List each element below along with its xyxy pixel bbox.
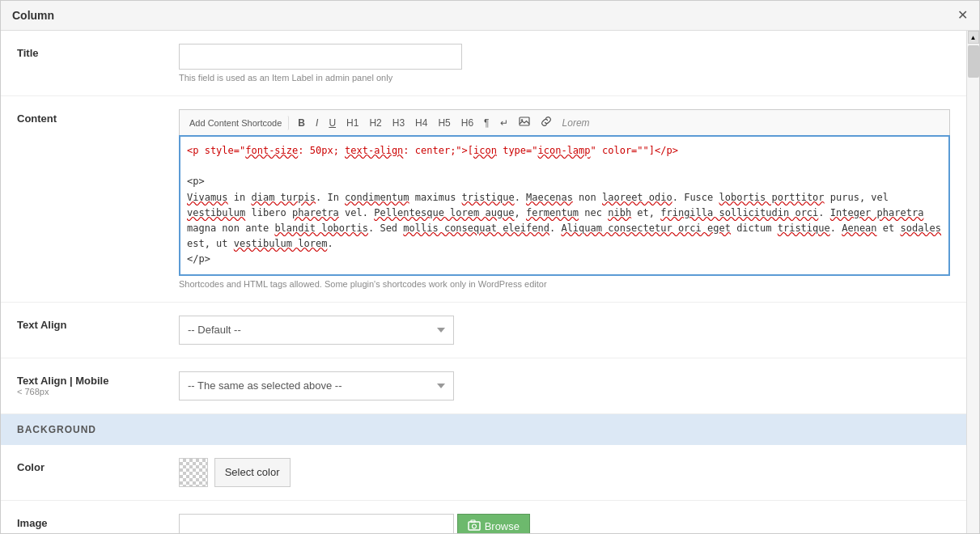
image-row: Image Browse	[1, 501, 966, 534]
h5-button[interactable]: H5	[433, 115, 455, 131]
text-align-mobile-select[interactable]: -- The same as selected above -- -- Defa…	[179, 371, 454, 400]
text-align-select[interactable]: -- Default -- Left Center Right Justify	[179, 316, 454, 345]
scroll-up-arrow[interactable]: ▲	[968, 31, 979, 44]
background-section-header: BACKGROUND	[1, 414, 966, 445]
image-icon	[519, 116, 530, 127]
scrollbar-thumb[interactable]	[968, 45, 979, 78]
dialog-body: Title This field is used as an Item Labe…	[1, 31, 979, 533]
title-field: This field is used as an Item Label in a…	[179, 44, 950, 83]
add-shortcode-button[interactable]: Add Content Shortcode	[185, 116, 289, 130]
h1-button[interactable]: H1	[342, 115, 363, 131]
dialog-title: Column	[12, 9, 54, 22]
title-input[interactable]	[179, 44, 462, 70]
svg-rect-0	[520, 117, 529, 125]
browse-button[interactable]: Browse	[457, 514, 530, 534]
color-label: Color	[17, 458, 179, 473]
h4-button[interactable]: H4	[410, 115, 432, 131]
text-align-mobile-label: Text Align | Mobile < 768px	[17, 371, 179, 396]
enter-button[interactable]: ↵	[495, 115, 513, 131]
title-row: Title This field is used as an Item Labe…	[1, 31, 966, 96]
underline-button[interactable]: U	[324, 115, 341, 131]
image-label: Image	[17, 514, 179, 529]
text-align-mobile-field: -- The same as selected above -- -- Defa…	[179, 371, 950, 400]
content-row: Content Add Content Shortcode B I U H1 H…	[1, 96, 966, 303]
browse-label: Browse	[485, 520, 520, 532]
text-align-field: -- Default -- Left Center Right Justify	[179, 316, 950, 345]
link-button[interactable]	[536, 113, 557, 132]
h2-button[interactable]: H2	[364, 115, 386, 131]
text-align-row: Text Align -- Default -- Left Center Rig…	[1, 303, 966, 358]
image-field: Browse	[179, 514, 950, 534]
paragraph-button[interactable]: ¶	[479, 115, 494, 131]
h6-button[interactable]: H6	[456, 115, 478, 131]
color-field: Select color	[179, 458, 950, 487]
dialog-header: Column ✕	[1, 1, 979, 31]
color-row: Color Select color	[1, 445, 966, 501]
close-button[interactable]: ✕	[957, 9, 968, 22]
color-swatch	[179, 458, 208, 487]
editor-wrapper: <p style="font-size: 50px; text-align: c…	[179, 135, 950, 276]
text-align-mobile-row: Text Align | Mobile < 768px -- The same …	[1, 358, 966, 414]
text-align-label: Text Align	[17, 316, 179, 331]
image-url-input[interactable]	[179, 514, 454, 534]
browse-icon	[468, 519, 481, 533]
title-hint: This field is used as an Item Label in a…	[179, 73, 950, 83]
lorem-button[interactable]: Lorem	[558, 115, 595, 131]
svg-point-4	[472, 524, 476, 528]
link-icon	[541, 116, 552, 127]
column-dialog: Column ✕ Title This field is used as an …	[0, 0, 980, 534]
h3-button[interactable]: H3	[388, 115, 409, 131]
content-field: Add Content Shortcode B I U H1 H2 H3 H4 …	[179, 109, 950, 289]
italic-button[interactable]: I	[311, 115, 323, 131]
editor-hint: Shortcodes and HTML tags allowed. Some p…	[179, 279, 950, 289]
content-editor[interactable]: <p style="font-size: 50px; text-align: c…	[179, 135, 950, 276]
svg-point-1	[520, 119, 522, 121]
title-label: Title	[17, 44, 179, 59]
content-label: Content	[17, 109, 179, 125]
editor-toolbar: Add Content Shortcode B I U H1 H2 H3 H4 …	[179, 109, 950, 135]
scrollbar: ▲	[966, 31, 979, 533]
select-color-button[interactable]: Select color	[214, 458, 291, 487]
image-button[interactable]	[514, 113, 535, 132]
bold-button[interactable]: B	[293, 115, 310, 131]
dialog-scroll-content: Title This field is used as an Item Labe…	[1, 31, 966, 533]
mobile-sublabel: < 768px	[17, 387, 179, 396]
